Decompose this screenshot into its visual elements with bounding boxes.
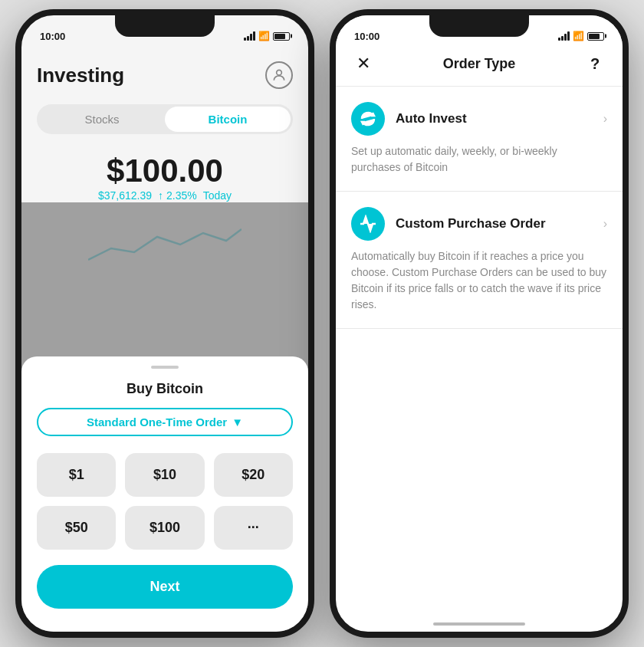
investing-title: Investing xyxy=(37,64,124,87)
wifi-icon: 📶 xyxy=(258,31,270,41)
battery-icon xyxy=(273,32,290,41)
change-percent: ↑ 2.35% xyxy=(158,189,197,202)
amount-btn-more[interactable]: ··· xyxy=(214,506,293,550)
period: Today xyxy=(203,189,232,202)
status-icons-right: 📶 xyxy=(558,31,604,41)
bottom-sheet: Buy Bitcoin Standard One-Time Order ▼ $1… xyxy=(21,356,308,632)
left-phone: 10:00 📶 Investing Stocks Bitcoin xyxy=(15,9,314,638)
status-icons-left: 📶 xyxy=(244,31,290,41)
notch xyxy=(115,15,215,37)
tab-bitcoin[interactable]: Bitcoin xyxy=(165,107,291,132)
auto-invest-title-row: Auto Invest › xyxy=(396,111,607,126)
custom-purchase-chevron: › xyxy=(603,217,607,231)
notch-right xyxy=(429,15,529,37)
status-time-right: 10:00 xyxy=(354,31,380,42)
help-button[interactable]: ? xyxy=(583,55,607,73)
amount-btn-100[interactable]: $100 xyxy=(125,506,204,550)
auto-invest-chevron: › xyxy=(603,112,607,126)
custom-purchase-icon xyxy=(351,207,385,241)
amount-btn-50[interactable]: $50 xyxy=(37,506,116,550)
svg-point-0 xyxy=(277,70,282,75)
amount-btn-20[interactable]: $20 xyxy=(214,453,293,497)
investing-header: Investing xyxy=(37,49,293,104)
order-type-page-title: Order Type xyxy=(443,56,516,72)
main-price: $100.00 xyxy=(37,153,293,189)
wifi-icon-right: 📶 xyxy=(573,31,584,41)
price-display: $100.00 $37,612.39 ↑ 2.35% Today xyxy=(37,153,293,202)
custom-purchase-title: Custom Purchase Order xyxy=(396,216,546,232)
amount-btn-1[interactable]: $1 xyxy=(37,453,116,497)
custom-purchase-header: Custom Purchase Order › xyxy=(351,207,607,241)
tab-bar: Stocks Bitcoin xyxy=(37,104,293,134)
auto-invest-title: Auto Invest xyxy=(396,111,467,126)
custom-purchase-title-row: Custom Purchase Order › xyxy=(396,216,607,232)
custom-purchase-option[interactable]: Custom Purchase Order › Automatically bu… xyxy=(336,192,623,329)
investing-content: Investing Stocks Bitcoin $100.00 $37,612… xyxy=(21,49,308,632)
next-button[interactable]: Next xyxy=(37,565,293,609)
auto-invest-option[interactable]: Auto Invest › Set up automatic daily, we… xyxy=(336,87,623,192)
battery-icon-right xyxy=(587,32,604,41)
order-type-chevron: ▼ xyxy=(232,415,243,429)
amount-btn-10[interactable]: $10 xyxy=(125,453,204,497)
price-sub: $37,612.39 ↑ 2.35% Today xyxy=(37,189,293,202)
avatar-icon[interactable] xyxy=(265,61,293,89)
sheet-title: Buy Bitcoin xyxy=(37,381,293,397)
order-type-header: ✕ Order Type ? xyxy=(336,49,623,87)
signal-icon-right xyxy=(558,31,570,41)
order-type-selector[interactable]: Standard One-Time Order ▼ xyxy=(37,408,293,436)
close-button[interactable]: ✕ xyxy=(351,54,376,74)
order-type-label: Standard One-Time Order xyxy=(87,415,227,429)
right-phone: 10:00 📶 ✕ Order Type ? xyxy=(330,9,629,638)
signal-icon xyxy=(244,31,255,41)
status-time-left: 10:00 xyxy=(40,31,65,42)
custom-purchase-description: Automatically buy Bitcoin if it reaches … xyxy=(351,248,607,313)
amount-grid: $1 $10 $20 $50 $100 ··· xyxy=(37,453,293,550)
auto-invest-header: Auto Invest › xyxy=(351,102,607,136)
sheet-handle xyxy=(151,366,179,369)
sub-price: $37,612.39 xyxy=(98,189,152,202)
auto-invest-icon xyxy=(351,102,385,136)
tab-stocks[interactable]: Stocks xyxy=(39,107,165,132)
home-indicator-right xyxy=(433,622,525,626)
auto-invest-description: Set up automatic daily, weekly, or bi-we… xyxy=(351,143,607,176)
